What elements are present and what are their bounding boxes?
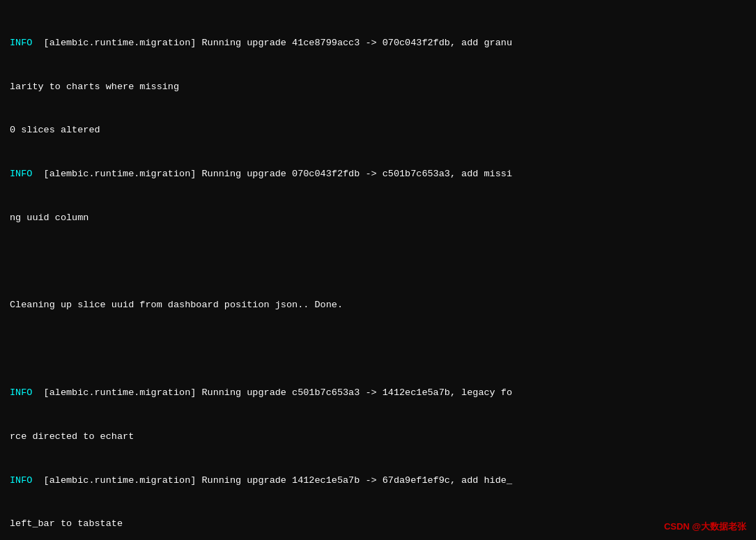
- info-label: INFO: [10, 38, 32, 48]
- line-7: INFO [alembic.runtime.migration] Running…: [10, 386, 746, 401]
- line-blank-1: [10, 255, 746, 270]
- line-4: INFO [alembic.runtime.migration] Running…: [10, 167, 746, 182]
- line-3: 0 slices altered: [10, 123, 746, 138]
- line-8: rce directed to echart: [10, 430, 746, 445]
- terminal-output: INFO [alembic.runtime.migration] Running…: [10, 7, 746, 540]
- line-6: Cleaning up slice uuid from dashboard po…: [10, 298, 746, 313]
- line-2: larity to charts where missing: [10, 80, 746, 95]
- watermark: CSDN @大数据老张: [664, 520, 746, 533]
- line-1: INFO [alembic.runtime.migration] Running…: [10, 36, 746, 51]
- line-9: INFO [alembic.runtime.migration] Running…: [10, 474, 746, 488]
- terminal-window: INFO [alembic.runtime.migration] Running…: [0, 0, 756, 540]
- line-5: ng uuid column: [10, 211, 746, 226]
- info-label-2: INFO: [10, 169, 32, 179]
- line-blank-2: [10, 342, 746, 357]
- info-label-4: INFO: [10, 475, 32, 486]
- line-10: left_bar to tabstate: [10, 517, 746, 532]
- info-label-3: INFO: [10, 387, 32, 398]
